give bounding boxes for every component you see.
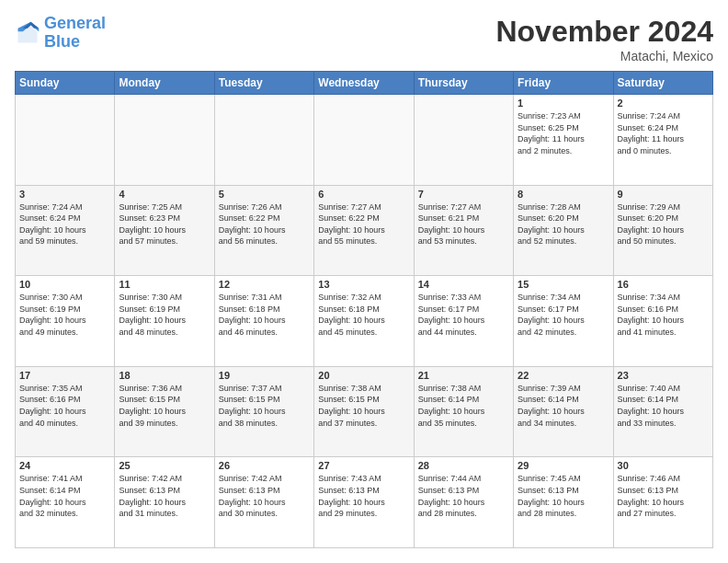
header-monday: Monday [115, 72, 214, 95]
calendar-cell-3-0: 17Sunrise: 7:35 AM Sunset: 6:16 PM Dayli… [16, 366, 115, 457]
header-tuesday: Tuesday [214, 72, 313, 95]
day-info: Sunrise: 7:46 AM Sunset: 6:13 PM Dayligh… [618, 473, 709, 519]
calendar-week-3: 10Sunrise: 7:30 AM Sunset: 6:19 PM Dayli… [16, 276, 713, 367]
day-info: Sunrise: 7:45 AM Sunset: 6:13 PM Dayligh… [518, 473, 609, 519]
calendar-header-row: Sunday Monday Tuesday Wednesday Thursday… [16, 72, 713, 95]
calendar-week-5: 24Sunrise: 7:41 AM Sunset: 6:14 PM Dayli… [16, 457, 713, 548]
day-number: 20 [318, 370, 409, 381]
day-number: 25 [119, 460, 210, 471]
day-info: Sunrise: 7:35 AM Sunset: 6:16 PM Dayligh… [19, 383, 110, 429]
day-info: Sunrise: 7:43 AM Sunset: 6:13 PM Dayligh… [318, 473, 409, 519]
day-number: 8 [518, 189, 609, 200]
day-number: 12 [219, 279, 310, 290]
day-number: 19 [219, 370, 310, 381]
day-info: Sunrise: 7:38 AM Sunset: 6:15 PM Dayligh… [318, 383, 409, 429]
calendar-cell-0-0 [16, 95, 115, 186]
day-info: Sunrise: 7:30 AM Sunset: 6:19 PM Dayligh… [119, 292, 210, 338]
day-number: 1 [518, 98, 609, 109]
day-number: 18 [119, 370, 210, 381]
calendar-week-2: 3Sunrise: 7:24 AM Sunset: 6:24 PM Daylig… [16, 185, 713, 276]
header-thursday: Thursday [414, 72, 513, 95]
day-number: 14 [418, 279, 509, 290]
calendar-cell-2-4: 14Sunrise: 7:33 AM Sunset: 6:17 PM Dayli… [414, 276, 513, 367]
day-number: 27 [318, 460, 409, 471]
title-block: November 2024 Matachi, Mexico [495, 15, 713, 63]
calendar-cell-4-2: 26Sunrise: 7:42 AM Sunset: 6:13 PM Dayli… [214, 457, 313, 548]
day-number: 17 [19, 370, 110, 381]
day-info: Sunrise: 7:34 AM Sunset: 6:17 PM Dayligh… [518, 292, 609, 338]
day-number: 28 [418, 460, 509, 471]
calendar-table: Sunday Monday Tuesday Wednesday Thursday… [15, 71, 713, 548]
day-info: Sunrise: 7:27 AM Sunset: 6:21 PM Dayligh… [418, 201, 509, 247]
calendar-cell-1-1: 4Sunrise: 7:25 AM Sunset: 6:23 PM Daylig… [115, 185, 214, 276]
day-number: 7 [418, 189, 509, 200]
calendar-cell-4-0: 24Sunrise: 7:41 AM Sunset: 6:14 PM Dayli… [16, 457, 115, 548]
day-info: Sunrise: 7:26 AM Sunset: 6:22 PM Dayligh… [219, 201, 310, 247]
header-saturday: Saturday [613, 72, 712, 95]
day-info: Sunrise: 7:23 AM Sunset: 6:25 PM Dayligh… [518, 110, 609, 156]
calendar-cell-3-2: 19Sunrise: 7:37 AM Sunset: 6:15 PM Dayli… [214, 366, 313, 457]
calendar-cell-4-3: 27Sunrise: 7:43 AM Sunset: 6:13 PM Dayli… [314, 457, 414, 548]
location: Matachi, Mexico [495, 49, 713, 63]
day-info: Sunrise: 7:24 AM Sunset: 6:24 PM Dayligh… [618, 110, 709, 156]
calendar-cell-4-6: 30Sunrise: 7:46 AM Sunset: 6:13 PM Dayli… [613, 457, 712, 548]
header-sunday: Sunday [16, 72, 115, 95]
calendar-cell-0-4 [414, 95, 513, 186]
day-number: 26 [219, 460, 310, 471]
header: General Blue November 2024 Matachi, Mexi… [15, 15, 713, 63]
day-info: Sunrise: 7:42 AM Sunset: 6:13 PM Dayligh… [219, 473, 310, 519]
calendar-cell-3-3: 20Sunrise: 7:38 AM Sunset: 6:15 PM Dayli… [314, 366, 414, 457]
day-number: 30 [618, 460, 709, 471]
month-title: November 2024 [495, 15, 713, 49]
calendar-cell-0-3 [314, 95, 414, 186]
day-number: 21 [418, 370, 509, 381]
day-info: Sunrise: 7:37 AM Sunset: 6:15 PM Dayligh… [219, 383, 310, 429]
calendar-cell-3-5: 22Sunrise: 7:39 AM Sunset: 6:14 PM Dayli… [514, 366, 613, 457]
day-number: 10 [19, 279, 110, 290]
calendar-cell-0-1 [115, 95, 214, 186]
day-info: Sunrise: 7:39 AM Sunset: 6:14 PM Dayligh… [518, 383, 609, 429]
day-number: 16 [618, 279, 709, 290]
calendar-week-1: 1Sunrise: 7:23 AM Sunset: 6:25 PM Daylig… [16, 95, 713, 186]
day-number: 6 [318, 189, 409, 200]
day-info: Sunrise: 7:25 AM Sunset: 6:23 PM Dayligh… [119, 201, 210, 247]
day-info: Sunrise: 7:24 AM Sunset: 6:24 PM Dayligh… [19, 201, 110, 247]
calendar-cell-1-3: 6Sunrise: 7:27 AM Sunset: 6:22 PM Daylig… [314, 185, 414, 276]
day-number: 23 [618, 370, 709, 381]
calendar-cell-1-6: 9Sunrise: 7:29 AM Sunset: 6:20 PM Daylig… [613, 185, 712, 276]
day-info: Sunrise: 7:44 AM Sunset: 6:13 PM Dayligh… [418, 473, 509, 519]
calendar-cell-1-2: 5Sunrise: 7:26 AM Sunset: 6:22 PM Daylig… [214, 185, 313, 276]
day-number: 9 [618, 189, 709, 200]
logo-text: General Blue [44, 15, 106, 52]
day-info: Sunrise: 7:34 AM Sunset: 6:16 PM Dayligh… [618, 292, 709, 338]
day-number: 5 [219, 189, 310, 200]
calendar-cell-2-1: 11Sunrise: 7:30 AM Sunset: 6:19 PM Dayli… [115, 276, 214, 367]
calendar-cell-2-0: 10Sunrise: 7:30 AM Sunset: 6:19 PM Dayli… [16, 276, 115, 367]
calendar-cell-3-1: 18Sunrise: 7:36 AM Sunset: 6:15 PM Dayli… [115, 366, 214, 457]
day-info: Sunrise: 7:32 AM Sunset: 6:18 PM Dayligh… [318, 292, 409, 338]
day-info: Sunrise: 7:30 AM Sunset: 6:19 PM Dayligh… [19, 292, 110, 338]
day-number: 15 [518, 279, 609, 290]
calendar-cell-2-3: 13Sunrise: 7:32 AM Sunset: 6:18 PM Dayli… [314, 276, 414, 367]
calendar-cell-1-0: 3Sunrise: 7:24 AM Sunset: 6:24 PM Daylig… [16, 185, 115, 276]
day-info: Sunrise: 7:41 AM Sunset: 6:14 PM Dayligh… [19, 473, 110, 519]
day-info: Sunrise: 7:28 AM Sunset: 6:20 PM Dayligh… [518, 201, 609, 247]
day-info: Sunrise: 7:33 AM Sunset: 6:17 PM Dayligh… [418, 292, 509, 338]
day-number: 13 [318, 279, 409, 290]
day-number: 22 [518, 370, 609, 381]
day-number: 3 [19, 189, 110, 200]
calendar-cell-0-6: 2Sunrise: 7:24 AM Sunset: 6:24 PM Daylig… [613, 95, 712, 186]
day-info: Sunrise: 7:42 AM Sunset: 6:13 PM Dayligh… [119, 473, 210, 519]
day-number: 4 [119, 189, 210, 200]
day-info: Sunrise: 7:27 AM Sunset: 6:22 PM Dayligh… [318, 201, 409, 247]
day-info: Sunrise: 7:38 AM Sunset: 6:14 PM Dayligh… [418, 383, 509, 429]
calendar-cell-1-5: 8Sunrise: 7:28 AM Sunset: 6:20 PM Daylig… [514, 185, 613, 276]
day-info: Sunrise: 7:29 AM Sunset: 6:20 PM Dayligh… [618, 201, 709, 247]
day-info: Sunrise: 7:36 AM Sunset: 6:15 PM Dayligh… [119, 383, 210, 429]
calendar-cell-4-5: 29Sunrise: 7:45 AM Sunset: 6:13 PM Dayli… [514, 457, 613, 548]
day-number: 2 [618, 98, 709, 109]
logo-blue: Blue [44, 33, 106, 52]
day-number: 11 [119, 279, 210, 290]
calendar-cell-4-1: 25Sunrise: 7:42 AM Sunset: 6:13 PM Dayli… [115, 457, 214, 548]
calendar-cell-1-4: 7Sunrise: 7:27 AM Sunset: 6:21 PM Daylig… [414, 185, 513, 276]
